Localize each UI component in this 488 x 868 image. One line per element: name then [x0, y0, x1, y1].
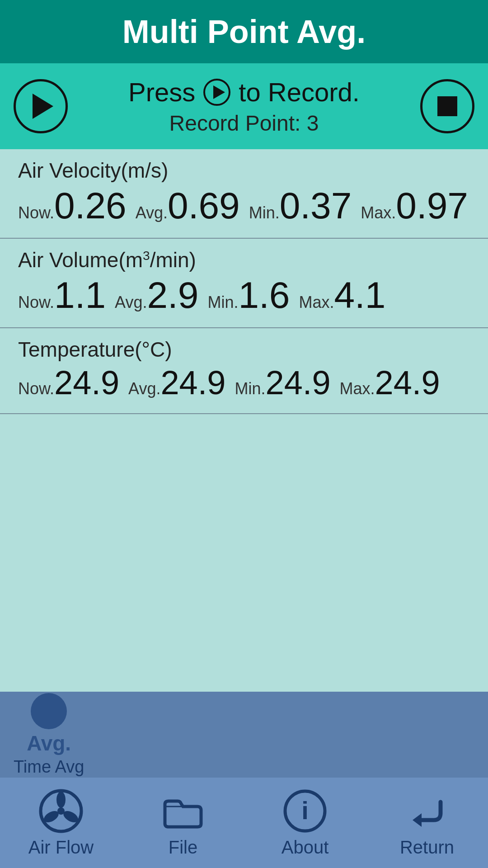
record-stop-button[interactable] [420, 79, 474, 133]
about-label: About [282, 837, 329, 858]
time-avg-tab[interactable]: Avg. Time Avg [14, 693, 84, 777]
folder-icon [160, 788, 206, 834]
avg-value-3: 24.9 [160, 366, 225, 400]
data-area: Air Velocity(m/s) Now. 0.26 Avg. 0.69 Mi… [0, 149, 488, 692]
max-value-3: 24.9 [375, 366, 440, 400]
min-value-2: 1.6 [238, 277, 290, 314]
air-volume-row: Now. 1.1 Avg. 2.9 Min. 1.6 Max. 4.1 [18, 277, 470, 314]
max-value-1: 0.97 [396, 187, 468, 224]
air-volume-title: Air Volume(m3/min) [18, 248, 470, 272]
record-bar: Press to Record. Record Point: 3 [0, 63, 488, 149]
play-icon [33, 94, 53, 119]
nav-item-about[interactable]: i About [264, 788, 346, 858]
stop-icon [437, 96, 457, 116]
press-label: Press [128, 77, 195, 107]
svg-marker-1 [213, 85, 225, 99]
max-label-3: Max. [340, 379, 375, 398]
air-volume-avg: Avg. 2.9 [115, 277, 198, 314]
record-point-label: Record Point: [169, 111, 301, 135]
play-inline-icon [203, 79, 230, 106]
nav-item-return[interactable]: Return [386, 788, 468, 858]
now-label-2: Now. [18, 293, 54, 312]
now-value-2: 1.1 [54, 277, 106, 314]
max-label-2: Max. [299, 293, 334, 312]
min-label-1: Min. [249, 203, 280, 222]
record-message: Press to Record. Record Point: 3 [68, 77, 420, 136]
air-velocity-row: Now. 0.26 Avg. 0.69 Min. 0.37 Max. 0.97 [18, 187, 470, 224]
air-velocity-min: Min. 0.37 [249, 187, 352, 224]
now-value-3: 24.9 [54, 366, 119, 400]
air-velocity-avg: Avg. 0.69 [136, 187, 240, 224]
tab-secondary-bar: Avg. Time Avg [0, 692, 488, 778]
air-velocity-now: Now. 0.26 [18, 187, 127, 224]
time-avg-label: Time Avg [14, 757, 84, 777]
now-label-3: Now. [18, 379, 54, 398]
now-value-1: 0.26 [54, 187, 127, 224]
temperature-avg: Avg. 24.9 [128, 366, 225, 400]
svg-point-6 [57, 807, 65, 815]
time-avg-icon [31, 693, 67, 729]
temperature-row: Now. 24.9 Avg. 24.9 Min. 24.9 Max. 24.9 [18, 366, 470, 400]
min-label-2: Min. [207, 293, 238, 312]
max-label-1: Max. [361, 203, 396, 222]
header: Multi Point Avg. [0, 0, 488, 63]
return-icon [404, 788, 450, 834]
air-volume-max: Max. 4.1 [299, 277, 385, 314]
record-play-button[interactable] [14, 79, 68, 133]
svg-text:i: i [301, 796, 309, 825]
svg-point-3 [56, 792, 66, 808]
avg-value-2: 2.9 [147, 277, 198, 314]
air-volume-now: Now. 1.1 [18, 277, 106, 314]
bottom-nav: Air Flow File i About [0, 778, 488, 868]
air-velocity-title: Air Velocity(m/s) [18, 158, 470, 183]
to-record-label: to Record. [239, 77, 360, 107]
record-point-value: 3 [307, 111, 319, 135]
avg-label-1: Avg. [136, 203, 168, 222]
temperature-max: Max. 24.9 [340, 366, 440, 400]
air-velocity-section: Air Velocity(m/s) Now. 0.26 Avg. 0.69 Mi… [0, 149, 488, 239]
airflow-icon [38, 788, 84, 834]
nav-item-file[interactable]: File [142, 788, 224, 858]
nav-item-air-flow[interactable]: Air Flow [20, 788, 102, 858]
air-volume-section: Air Volume(m3/min) Now. 1.1 Avg. 2.9 Min… [0, 239, 488, 328]
now-label-1: Now. [18, 203, 54, 222]
temperature-section: Temperature(°C) Now. 24.9 Avg. 24.9 Min.… [0, 328, 488, 414]
avg-value-1: 0.69 [168, 187, 240, 224]
time-avg-bold-label: Avg. [27, 731, 71, 755]
avg-label-2: Avg. [115, 293, 147, 312]
avg-label-3: Avg. [128, 379, 160, 398]
svg-marker-9 [413, 813, 422, 827]
max-value-2: 4.1 [334, 277, 385, 314]
air-volume-min: Min. 1.6 [207, 277, 290, 314]
min-label-3: Min. [235, 379, 266, 398]
min-value-3: 24.9 [266, 366, 331, 400]
page-title: Multi Point Avg. [122, 13, 366, 50]
info-icon: i [282, 788, 328, 834]
file-label: File [169, 837, 197, 858]
temperature-min: Min. 24.9 [235, 366, 331, 400]
min-value-1: 0.37 [280, 187, 352, 224]
air-velocity-max: Max. 0.97 [361, 187, 468, 224]
airflow-label: Air Flow [28, 837, 94, 858]
temperature-title: Temperature(°C) [18, 337, 470, 362]
temperature-now: Now. 24.9 [18, 366, 119, 400]
return-label: Return [400, 837, 454, 858]
